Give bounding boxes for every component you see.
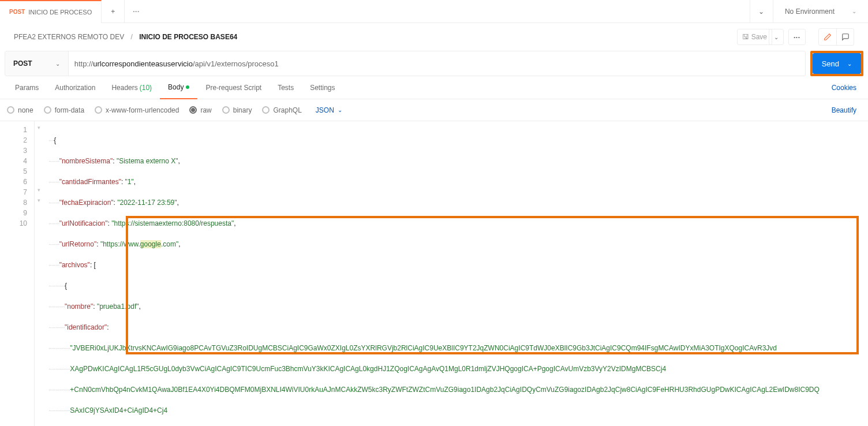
body-type-selector: none form-data x-www-form-urlencoded raw…	[0, 99, 868, 121]
url-input[interactable]: http://urlcorrespondienteasuservicio/api…	[69, 51, 805, 76]
more-icon: •••	[133, 9, 140, 14]
body-type-raw[interactable]: raw	[189, 106, 211, 114]
radio-icon	[262, 106, 270, 114]
request-tabs: Params Authorization Headers (10) Body P…	[0, 76, 868, 99]
breadcrumb-separator: /	[131, 33, 133, 41]
url-scheme: http://	[74, 59, 93, 68]
tab-authorization[interactable]: Authorization	[47, 76, 103, 99]
tabs-bar: POST INICIO DE PROCESO + ••• ⌄ No Enviro…	[0, 0, 868, 23]
more-icon: •••	[794, 35, 800, 40]
tab-tests[interactable]: Tests	[270, 76, 302, 99]
http-method-label: POST	[13, 59, 32, 68]
breadcrumb-current: INICIO DE PROCESO BASE64	[139, 33, 237, 41]
environment-label: No Environment	[785, 8, 835, 16]
fold-icon[interactable]: ▾	[35, 197, 43, 208]
chevron-down-icon: ⌄	[852, 8, 856, 14]
line-gutter: 12345678910	[0, 121, 35, 426]
radio-icon	[44, 106, 51, 114]
body-type-graphql[interactable]: GraphQL	[262, 106, 301, 114]
request-url-row: POST ⌄ http://urlcorrespondienteasuservi…	[0, 51, 868, 76]
breadcrumb-row: PFEA2 EXTERNOS REMOTO DEV / INICIO DE PR…	[0, 23, 868, 51]
tab-headers[interactable]: Headers (10)	[103, 76, 160, 99]
chevron-down-icon: ⌄	[55, 61, 60, 67]
tab-body[interactable]: Body	[160, 76, 197, 99]
tab-method: POST	[9, 9, 25, 15]
body-lang-selector[interactable]: JSON⌄	[316, 106, 342, 114]
comment-icon	[841, 33, 850, 41]
save-icon: 🖫	[742, 33, 749, 41]
tab-active[interactable]: POST INICIO DE PROCESO	[0, 0, 102, 23]
beautify-button[interactable]: Beautify	[827, 106, 861, 114]
comment-mode-button[interactable]	[836, 29, 854, 45]
url-path: /api/v1/externos/proceso1	[193, 59, 279, 68]
tab-settings[interactable]: Settings	[302, 76, 343, 99]
http-method-selector[interactable]: POST ⌄	[5, 51, 69, 76]
radio-icon	[222, 106, 230, 114]
fold-icon[interactable]: ▾	[35, 125, 43, 135]
radio-icon	[95, 106, 102, 114]
body-type-urlencoded[interactable]: x-www-form-urlencoded	[95, 106, 179, 114]
radio-icon	[7, 106, 14, 114]
tab-title: INICIO DE PROCESO	[28, 9, 92, 16]
chevron-down-icon: ⌄	[338, 107, 342, 113]
chevron-down-icon: ⌄	[758, 8, 764, 16]
body-editor[interactable]: 12345678910 ▾▾▾ ····{ ········"nombreSis…	[0, 121, 868, 426]
cookies-link[interactable]: Cookies	[827, 84, 861, 92]
edit-mode-button[interactable]	[819, 29, 836, 45]
breadcrumb: PFEA2 EXTERNOS REMOTO DEV / INICIO DE PR…	[14, 33, 237, 41]
chevron-down-icon[interactable]: ⌄	[847, 61, 852, 67]
tab-params[interactable]: Params	[7, 76, 47, 99]
code-content[interactable]: ····{ ········"nombreSistema": "Sistema …	[43, 121, 868, 426]
pencil-icon	[824, 33, 832, 41]
breadcrumb-collection[interactable]: PFEA2 EXTERNOS REMOTO DEV	[14, 33, 124, 41]
url-host: urlcorrespondienteasuservicio	[93, 59, 193, 68]
body-type-formdata[interactable]: form-data	[44, 106, 84, 114]
environment-selector[interactable]: No Environment ⌄	[773, 0, 868, 23]
body-type-binary[interactable]: binary	[222, 106, 252, 114]
radio-icon	[189, 106, 197, 114]
chevron-down-icon: ⌄	[774, 34, 779, 40]
tab-overflow-button[interactable]: ⌄	[750, 0, 773, 23]
send-label: Send	[822, 59, 839, 68]
tab-prerequest[interactable]: Pre-request Script	[197, 76, 270, 99]
more-actions-button[interactable]: •••	[788, 29, 806, 45]
send-button[interactable]: Send ⌄	[813, 53, 861, 74]
save-button[interactable]: 🖫 Save	[737, 29, 772, 45]
fold-icon[interactable]: ▾	[35, 187, 43, 197]
tabs-more-button[interactable]: •••	[125, 0, 148, 23]
active-dot-icon	[186, 85, 189, 89]
save-dropdown-button[interactable]: ⌄	[769, 29, 784, 45]
save-label: Save	[751, 33, 767, 41]
fold-gutter: ▾▾▾	[35, 121, 43, 426]
body-type-none[interactable]: none	[7, 106, 33, 114]
plus-icon: +	[111, 8, 115, 16]
add-tab-button[interactable]: +	[102, 0, 125, 23]
